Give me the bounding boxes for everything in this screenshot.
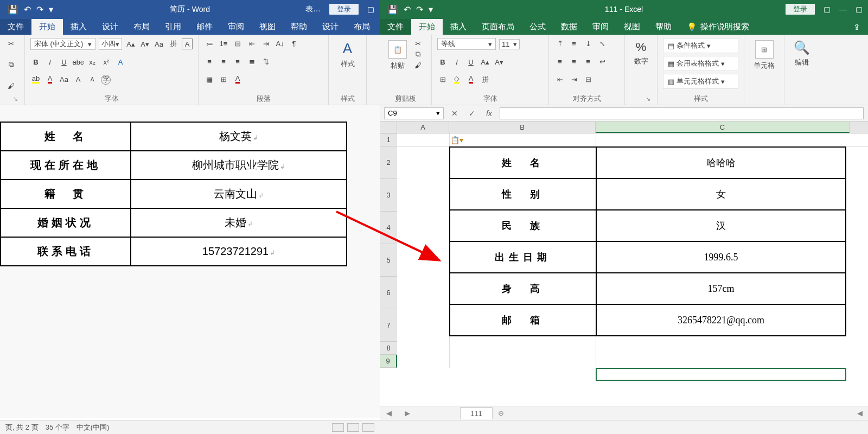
font-name-combo[interactable]: 等线▾ xyxy=(437,38,496,50)
table-row[interactable]: 民 族汉 xyxy=(450,210,846,241)
fx-icon[interactable]: fx xyxy=(483,109,495,118)
tab-home[interactable]: 开始 xyxy=(31,19,63,35)
cell-value[interactable]: 女 xyxy=(596,178,846,210)
enter-icon[interactable]: ✓ xyxy=(465,109,478,118)
col-header-a[interactable]: A xyxy=(397,122,449,133)
tab-mailings[interactable]: 邮件 xyxy=(189,19,220,35)
cell-value[interactable]: 杨文英↲ xyxy=(131,122,347,151)
grow-font-icon[interactable]: A▴ xyxy=(480,56,490,67)
sheet-add-button[interactable]: ⊕ xyxy=(493,407,509,419)
table-row[interactable]: 身 高157cm xyxy=(450,273,846,304)
sheet-nav-next-icon[interactable]: ▶ xyxy=(398,409,417,417)
table-row[interactable]: 婚姻状况未婚↲ xyxy=(1,208,347,237)
shrink-font-icon[interactable]: A▾ xyxy=(494,56,505,67)
font-color-icon[interactable]: A xyxy=(465,74,476,85)
table-row[interactable]: 邮 箱3265478221@qq.com xyxy=(450,304,846,336)
cell-value[interactable]: 云南文山↲ xyxy=(131,180,347,208)
shading-icon[interactable]: ▦ xyxy=(204,74,215,85)
cell-label[interactable]: 身 高 xyxy=(450,273,596,304)
active-cell[interactable] xyxy=(596,368,846,381)
view-print-icon[interactable] xyxy=(347,423,359,432)
tab-view[interactable]: 视图 xyxy=(616,19,648,35)
cell-value[interactable]: 柳州城市职业学院↲ xyxy=(131,151,347,180)
table-row[interactable]: 联系电话15723721291↲ xyxy=(1,237,347,266)
tab-insert[interactable]: 插入 xyxy=(443,19,474,35)
align-right-icon[interactable]: ≡ xyxy=(232,56,243,67)
row-header-7[interactable]: 7 xyxy=(380,309,397,342)
minimize-icon[interactable]: — xyxy=(839,5,847,14)
phonetic-guide-icon[interactable]: 拼 xyxy=(168,39,178,49)
conditional-format[interactable]: ▤条件格式▾ xyxy=(663,38,738,53)
middle-align-icon[interactable]: ≡ xyxy=(569,38,579,49)
borders-icon[interactable]: ⊞ xyxy=(437,74,448,85)
increase-indent-icon[interactable]: ⇥ xyxy=(569,74,579,85)
qat-more-icon[interactable]: ▾ xyxy=(429,4,433,15)
italic-button[interactable]: I xyxy=(44,56,55,67)
row-header-9[interactable]: 9 xyxy=(380,355,397,368)
table-row[interactable]: 性 别女 xyxy=(450,178,846,210)
view-web-icon[interactable] xyxy=(362,423,374,432)
hscroll-left-icon[interactable]: ◀ xyxy=(857,409,863,417)
login-button[interactable]: 登录 xyxy=(786,4,815,15)
shrink-a-icon[interactable]: A xyxy=(87,74,98,85)
dialog-launcher-icon[interactable]: ↘ xyxy=(646,95,650,103)
merge-icon[interactable]: ⊟ xyxy=(583,74,593,85)
bullets-icon[interactable]: ≔ xyxy=(204,38,215,49)
excel-table[interactable]: 姓 名哈哈哈 性 别女 民 族汉 出生日期1999.6.5 身 高157cm 邮… xyxy=(449,146,846,336)
cell-label[interactable]: 邮 箱 xyxy=(450,304,596,336)
cut-icon[interactable]: ✂ xyxy=(5,38,16,49)
align-left-icon[interactable]: ≡ xyxy=(554,56,565,67)
tab-tabledesign[interactable]: 设计 xyxy=(315,19,346,35)
orientation-icon[interactable]: ⤡ xyxy=(597,38,608,49)
font-size-combo[interactable]: 小四▾ xyxy=(99,38,122,50)
cell-styles[interactable]: ▥单元元格样式▾ xyxy=(663,74,738,89)
underline-button[interactable]: U xyxy=(465,56,476,67)
save-icon[interactable]: 💾 xyxy=(387,4,398,15)
sort-icon[interactable]: A↓ xyxy=(275,38,285,49)
formula-input[interactable] xyxy=(500,107,864,119)
tab-file[interactable]: 文件 xyxy=(380,19,411,35)
ribbon-options-icon[interactable]: ▢ xyxy=(367,5,374,14)
table-row[interactable]: 现在所在地柳州城市职业学院↲ xyxy=(1,151,347,180)
grow-a-icon[interactable]: A xyxy=(73,74,84,85)
tab-help[interactable]: 帮助 xyxy=(283,19,315,35)
cell-label[interactable]: 姓 名 xyxy=(1,122,131,151)
word-document[interactable]: 姓 名杨文英↲ 现在所在地柳州城市职业学院↲ 籍 贯云南文山↲ 婚姻状况未婚↲ … xyxy=(0,105,380,418)
increase-indent-icon[interactable]: ⇥ xyxy=(260,38,271,49)
table-row[interactable]: 出生日期1999.6.5 xyxy=(450,241,846,273)
font-size-combo[interactable]: 11▾ xyxy=(499,39,520,49)
maximize-icon[interactable]: ▢ xyxy=(856,5,863,14)
enclose-char-icon[interactable]: 字 xyxy=(101,75,111,85)
grow-font-icon[interactable]: A▴ xyxy=(125,39,136,49)
paste-options-icon[interactable]: 📋▾ xyxy=(450,136,463,144)
tab-pagelayout[interactable]: 页面布局 xyxy=(474,19,522,35)
view-read-icon[interactable] xyxy=(332,423,344,432)
cell-label[interactable]: 现在所在地 xyxy=(1,151,131,180)
font-name-combo[interactable]: 宋体 (中文正文)▾ xyxy=(30,38,95,50)
subscript-button[interactable]: x₂ xyxy=(87,56,98,67)
cell-label[interactable]: 籍 贯 xyxy=(1,180,131,208)
cell-value[interactable]: 汉 xyxy=(596,210,846,241)
tab-review[interactable]: 审阅 xyxy=(220,19,252,35)
align-right-icon[interactable]: ≡ xyxy=(583,56,593,67)
qat-more-icon[interactable]: ▾ xyxy=(49,4,53,15)
tab-design[interactable]: 设计 xyxy=(94,19,126,35)
wrap-text-icon[interactable]: ↩ xyxy=(597,56,608,67)
numbering-icon[interactable]: 1≡ xyxy=(218,38,229,49)
tab-view[interactable]: 视图 xyxy=(252,19,283,35)
bottom-align-icon[interactable]: ⤓ xyxy=(583,38,593,49)
italic-button[interactable]: I xyxy=(451,56,462,67)
share-button[interactable]: ⇪ xyxy=(846,20,868,35)
shrink-font-icon[interactable]: A▾ xyxy=(139,39,150,49)
top-align-icon[interactable]: ⤒ xyxy=(554,38,565,49)
char-shading-icon[interactable]: A xyxy=(232,74,243,85)
cell-label[interactable]: 婚姻状况 xyxy=(1,208,131,237)
row-header-2[interactable]: 2 xyxy=(380,146,397,179)
align-center-icon[interactable]: ≡ xyxy=(569,56,579,67)
cell-label[interactable]: 民 族 xyxy=(450,210,596,241)
show-marks-icon[interactable]: ¶ xyxy=(289,38,299,49)
grid-cells[interactable]: 📋▾ 姓 名哈哈哈 性 别女 民 族汉 出生日期1999.6.5 身 高157c… xyxy=(397,133,868,368)
clear-format-icon[interactable]: Aa xyxy=(154,39,164,49)
cell-value[interactable]: 3265478221@qq.com xyxy=(596,304,846,336)
cell-label[interactable]: 性 别 xyxy=(450,178,596,210)
